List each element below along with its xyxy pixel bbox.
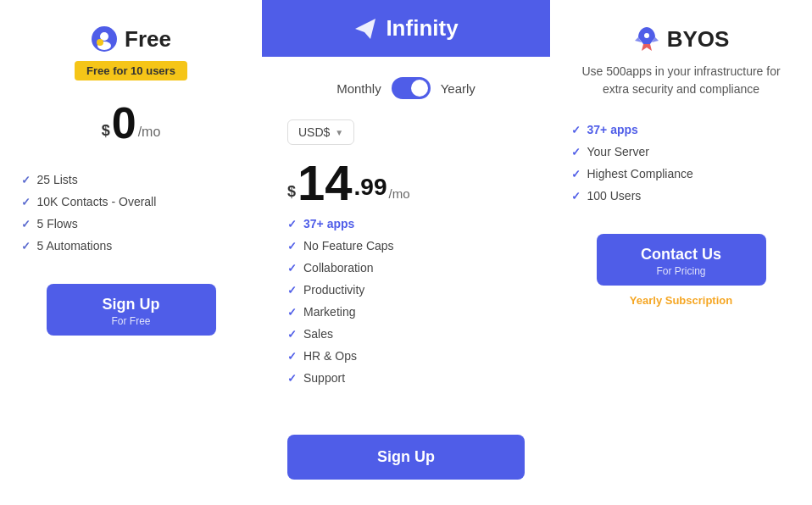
- free-amount: 0: [112, 101, 136, 145]
- infinity-title: Infinity: [386, 15, 458, 42]
- contact-us-button[interactable]: Contact Us For Pricing: [597, 234, 766, 286]
- free-period: /mo: [138, 125, 161, 140]
- byos-features-list: ✓ 37+ apps ✓ Your Server ✓ Highest Compl…: [571, 119, 792, 207]
- feature-label: Your Server: [587, 145, 649, 158]
- inf-amount-whole: 14: [298, 158, 353, 208]
- billing-toggle-row: Monthly Yearly: [336, 77, 476, 99]
- currency-selector[interactable]: USD$ ▼: [287, 119, 354, 145]
- inf-dollar: $: [287, 183, 296, 201]
- check-icon: ✓: [21, 218, 31, 230]
- check-icon: ✓: [287, 284, 297, 297]
- feature-label: 5 Automations: [37, 239, 113, 252]
- list-item: ✓ Marketing: [287, 301, 525, 323]
- chevron-down-icon: ▼: [335, 128, 343, 137]
- list-item: ✓ 37+ apps: [571, 119, 792, 141]
- svg-point-3: [97, 39, 103, 46]
- infinity-header: Infinity: [262, 0, 550, 57]
- check-icon: ✓: [571, 168, 581, 180]
- svg-marker-4: [355, 19, 375, 39]
- feature-label: 5 Flows: [37, 217, 78, 230]
- feature-label: 37+ apps: [587, 123, 638, 136]
- signup-infinity-button[interactable]: Sign Up: [287, 435, 525, 480]
- list-item: ✓ 25 Lists: [21, 169, 242, 191]
- list-item: ✓ HR & Ops: [287, 345, 525, 367]
- check-icon: ✓: [571, 124, 581, 136]
- yearly-label: Yearly: [441, 81, 476, 96]
- free-badge: Free for 10 users: [75, 61, 187, 80]
- rocket-icon: [633, 25, 660, 53]
- list-item: ✓ Sales: [287, 323, 525, 345]
- byos-description: Use 500apps in your infrastructure for e…: [571, 63, 792, 98]
- contact-sub-label: For Pricing: [656, 265, 705, 277]
- check-icon: ✓: [21, 174, 31, 186]
- free-title: Free: [125, 26, 171, 53]
- check-icon: ✓: [287, 240, 297, 252]
- pricing-container: Free Free for 10 users $ 0 /mo ✓ 25 List…: [0, 0, 812, 505]
- byos-title-row: BYOS: [633, 25, 730, 53]
- inf-amount-decimal: .99: [354, 174, 387, 201]
- feature-label: HR & Ops: [303, 349, 357, 363]
- free-price-row: $ 0 /mo: [102, 101, 161, 145]
- panel-free: Free Free for 10 users $ 0 /mo ✓ 25 List…: [0, 0, 262, 505]
- check-icon: ✓: [287, 350, 297, 363]
- list-item: ✓ No Feature Caps: [287, 235, 525, 257]
- currency-value: USD$: [298, 125, 330, 139]
- check-icon: ✓: [571, 146, 581, 158]
- list-item: ✓ 37+ apps: [287, 213, 525, 235]
- free-title-row: Free: [91, 25, 171, 53]
- list-item: ✓ 10K Contacts - Overall: [21, 191, 242, 213]
- feature-label: Collaboration: [303, 261, 374, 275]
- check-icon: ✓: [287, 262, 297, 275]
- list-item: ✓ 100 Users: [571, 185, 792, 207]
- byos-title: BYOS: [667, 26, 730, 53]
- check-icon: ✓: [287, 372, 297, 385]
- check-icon: ✓: [21, 196, 31, 208]
- list-item: ✓ Support: [287, 367, 525, 389]
- feature-label: 10K Contacts - Overall: [37, 195, 157, 208]
- monthly-label: Monthly: [336, 81, 381, 96]
- feature-label: 25 Lists: [37, 173, 78, 186]
- list-item: ✓ 5 Flows: [21, 213, 242, 235]
- check-icon: ✓: [287, 218, 297, 230]
- feature-label: Highest Compliance: [587, 167, 693, 180]
- feature-label: Productivity: [303, 283, 364, 297]
- feature-label: No Feature Caps: [303, 239, 394, 252]
- feature-label: Marketing: [303, 305, 355, 319]
- svg-point-6: [644, 33, 649, 38]
- list-item: ✓ Your Server: [571, 141, 792, 163]
- infinity-body: Monthly Yearly USD$ ▼ $ 14 .99 /mo ✓ 37+…: [262, 57, 550, 505]
- free-icon: [91, 25, 118, 53]
- list-item: ✓ 5 Automations: [21, 235, 242, 257]
- contact-main-label: Contact Us: [641, 246, 721, 264]
- list-item: ✓ Highest Compliance: [571, 163, 792, 185]
- panel-infinity: Infinity Monthly Yearly USD$ ▼ $ 14 .99 …: [262, 0, 550, 505]
- panel-byos: BYOS Use 500apps in your infrastructure …: [550, 0, 812, 505]
- signup-free-button[interactable]: Sign Up For Free: [47, 284, 216, 336]
- billing-toggle[interactable]: [392, 77, 431, 99]
- yearly-subscription-label: Yearly Subscription: [630, 294, 732, 307]
- list-item: ✓ Collaboration: [287, 257, 525, 279]
- feature-label: Sales: [303, 327, 333, 341]
- signup-free-main-label: Sign Up: [103, 296, 160, 314]
- free-features-list: ✓ 25 Lists ✓ 10K Contacts - Overall ✓ 5 …: [21, 169, 242, 257]
- check-icon: ✓: [571, 190, 581, 203]
- infinity-price-row: $ 14 .99 /mo: [287, 158, 409, 208]
- feature-label: Support: [303, 371, 345, 385]
- infinity-features-list: ✓ 37+ apps ✓ No Feature Caps ✓ Collabora…: [287, 213, 525, 389]
- inf-period: /mo: [388, 186, 409, 201]
- check-icon: ✓: [21, 240, 31, 252]
- list-item: ✓ Productivity: [287, 279, 525, 301]
- signup-free-sub-label: For Free: [111, 315, 150, 327]
- check-icon: ✓: [287, 306, 297, 319]
- check-icon: ✓: [287, 328, 297, 341]
- paperplane-icon: [353, 17, 377, 41]
- feature-label: 100 Users: [587, 189, 642, 203]
- feature-label: 37+ apps: [303, 217, 354, 230]
- free-dollar: $: [102, 122, 110, 140]
